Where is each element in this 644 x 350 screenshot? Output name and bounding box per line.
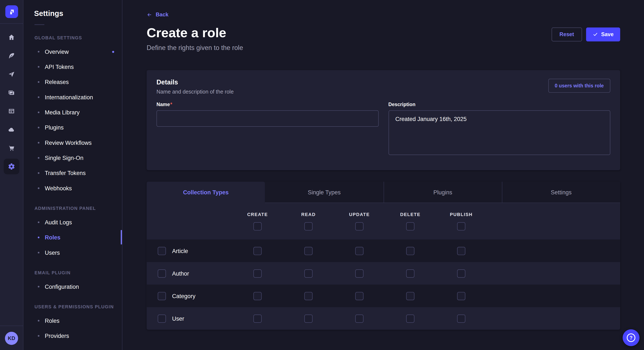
help-button[interactable]: ? <box>623 329 640 346</box>
section-header: ADMINISTRATION PANEL <box>34 206 122 211</box>
bullet-icon <box>38 127 40 128</box>
paper-plane-icon[interactable] <box>4 66 19 82</box>
row-label: Author <box>172 270 189 277</box>
subnav-item-media-library[interactable]: Media Library <box>24 105 122 120</box>
subnav-item-plugins[interactable]: Plugins <box>24 120 122 135</box>
bullet-icon <box>38 111 40 113</box>
column-label: READ <box>301 212 316 217</box>
description-field-group: Description Created January 16th, 2025 <box>388 102 610 157</box>
subnav-item-up-roles[interactable]: Roles <box>24 313 122 328</box>
tab-settings[interactable]: Settings <box>502 182 620 203</box>
row-select-category-checkbox[interactable] <box>158 292 166 300</box>
article-publish-checkbox[interactable] <box>457 247 465 255</box>
description-textarea[interactable]: Created January 16th, 2025 <box>388 110 610 155</box>
category-publish-checkbox[interactable] <box>457 292 465 300</box>
user-create-checkbox[interactable] <box>254 314 262 323</box>
subnav-item-transfer-tokens[interactable]: Transfer Tokens <box>24 165 122 180</box>
back-link[interactable]: Back <box>146 11 168 18</box>
article-delete-checkbox[interactable] <box>406 247 414 255</box>
media-library-icon[interactable] <box>4 85 19 100</box>
row-label: User <box>172 315 184 322</box>
gear-icon[interactable] <box>4 159 19 174</box>
section-header: GLOBAL SETTINGS <box>34 35 122 40</box>
bullet-icon <box>38 51 40 52</box>
feather-icon[interactable] <box>4 48 19 63</box>
column-create: CREATE <box>232 203 283 240</box>
row-select-author-checkbox[interactable] <box>158 269 166 278</box>
subnav-divider <box>34 24 44 25</box>
details-subtitle: Name and description of the role <box>156 89 234 95</box>
author-create-checkbox[interactable] <box>254 269 262 278</box>
strapi-logo-container[interactable] <box>0 0 23 24</box>
subnav-item-api-tokens[interactable]: API Tokens <box>24 59 122 74</box>
details-card: Details Name and description of the role… <box>146 70 620 170</box>
row-label: Category <box>172 293 196 299</box>
column-update: UPDATE <box>334 203 385 240</box>
subnav-item-overview[interactable]: Overview <box>24 44 122 59</box>
select-all-publish-checkbox[interactable] <box>457 222 465 230</box>
subnav-item-internationalization[interactable]: Internationalization <box>24 89 122 104</box>
category-create-checkbox[interactable] <box>254 292 262 300</box>
subnav-item-single-sign-on[interactable]: Single Sign-On <box>24 150 122 165</box>
page-subtitle: Define the rights given to the role <box>146 44 243 52</box>
subnav-item-webhooks[interactable]: Webhooks <box>24 180 122 196</box>
save-button[interactable]: Save <box>586 27 620 41</box>
reset-button[interactable]: Reset <box>552 27 582 41</box>
cloud-icon[interactable] <box>4 122 19 137</box>
column-label: UPDATE <box>349 212 370 217</box>
category-delete-checkbox[interactable] <box>406 292 414 300</box>
row-select-article-checkbox[interactable] <box>158 247 166 255</box>
subnav-item-releases[interactable]: Releases <box>24 74 122 89</box>
bullet-icon <box>38 221 40 223</box>
user-update-checkbox[interactable] <box>355 314 364 323</box>
home-icon[interactable] <box>4 29 19 45</box>
subnav-item-providers[interactable]: Providers <box>24 328 122 343</box>
subnav-item-label: Transfer Tokens <box>45 170 86 176</box>
user-publish-checkbox[interactable] <box>457 314 465 323</box>
author-update-checkbox[interactable] <box>355 269 364 278</box>
select-all-create-checkbox[interactable] <box>254 222 262 230</box>
permissions-tabs: Collection Types Single Types Plugins Se… <box>146 182 620 203</box>
author-publish-checkbox[interactable] <box>457 269 465 278</box>
details-fields: Name* Description Created January 16th, … <box>156 102 610 157</box>
author-read-checkbox[interactable] <box>304 269 313 278</box>
user-delete-checkbox[interactable] <box>406 314 414 323</box>
layout-icon[interactable] <box>4 103 19 119</box>
page-header: Create a role Define the rights given to… <box>146 26 620 52</box>
permissions-card: Collection Types Single Types Plugins Se… <box>146 182 620 330</box>
category-read-checkbox[interactable] <box>304 292 313 300</box>
author-delete-checkbox[interactable] <box>406 269 414 278</box>
subnav-item-label: Review Workflows <box>45 139 92 146</box>
row-select-user-checkbox[interactable] <box>158 314 166 323</box>
subnav-item-configuration[interactable]: Configuration <box>24 279 122 294</box>
select-all-delete-checkbox[interactable] <box>406 222 414 230</box>
subnav-item-label: API Tokens <box>45 63 74 70</box>
strapi-logo-glyph <box>8 8 15 15</box>
category-update-checkbox[interactable] <box>355 292 364 300</box>
column-label: PUBLISH <box>450 212 472 217</box>
user-read-checkbox[interactable] <box>304 314 313 323</box>
notification-dot-icon <box>112 51 114 53</box>
article-create-checkbox[interactable] <box>254 247 262 255</box>
name-label: Name* <box>156 102 378 107</box>
section-email-plugin: EMAIL PLUGIN Configuration <box>24 270 122 294</box>
users-with-role-button[interactable]: 0 users with this role <box>548 79 610 93</box>
user-avatar[interactable]: KD <box>5 332 18 345</box>
permissions-header-trailing-spacer <box>486 203 620 240</box>
article-update-checkbox[interactable] <box>355 247 364 255</box>
article-read-checkbox[interactable] <box>304 247 313 255</box>
table-row-article: Article <box>146 239 620 262</box>
subnav-item-review-workflows[interactable]: Review Workflows <box>24 135 122 150</box>
subnav-item-users[interactable]: Users <box>24 245 122 260</box>
tab-plugins[interactable]: Plugins <box>383 182 502 203</box>
subnav-item-audit-logs[interactable]: Audit Logs <box>24 214 122 230</box>
subnav-item-label: Internationalization <box>45 94 93 100</box>
select-all-update-checkbox[interactable] <box>355 222 364 230</box>
permissions-header-spacer <box>146 203 232 240</box>
cart-icon[interactable] <box>4 140 19 156</box>
name-input[interactable] <box>156 110 378 127</box>
select-all-read-checkbox[interactable] <box>304 222 313 230</box>
tab-collection-types[interactable]: Collection Types <box>146 182 265 203</box>
tab-single-types[interactable]: Single Types <box>265 182 383 203</box>
subnav-item-roles[interactable]: Roles <box>24 230 122 245</box>
